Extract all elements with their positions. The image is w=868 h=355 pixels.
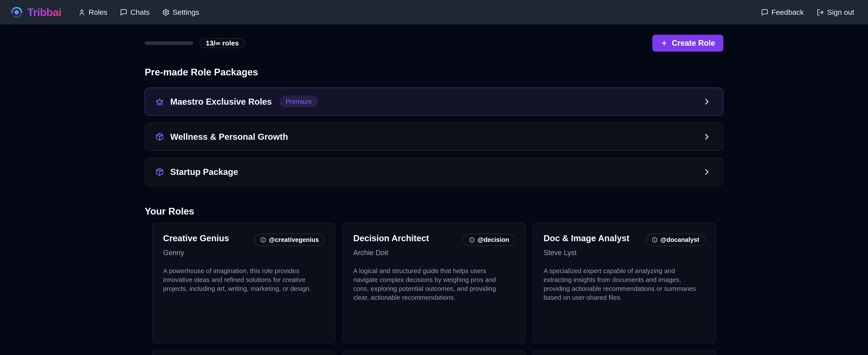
role-cards-area: Creative Genius @creativegenius Genny A … — [145, 223, 723, 355]
role-card-creative-genius[interactable]: Creative Genius @creativegenius Genny A … — [152, 223, 335, 343]
premade-packages-heading: Pre-made Role Packages — [145, 67, 723, 78]
crown-icon — [155, 97, 164, 106]
feedback-button[interactable]: Feedback — [761, 8, 804, 17]
nav-item-chats[interactable]: Chats — [120, 8, 150, 17]
role-handle-badge[interactable]: @creativegenius — [254, 234, 324, 246]
role-title: Doc & Image Analyst — [544, 233, 629, 243]
role-card-partial[interactable] — [152, 350, 335, 355]
role-handle: @creativegenius — [269, 236, 319, 243]
brand-logo[interactable]: Tribbai — [10, 6, 61, 19]
main-nav: Roles Chats Settings — [78, 8, 199, 17]
role-description: A specialized expert capable of analyzin… — [544, 266, 705, 302]
package-row-startup[interactable]: Startup Package — [145, 158, 723, 186]
roles-toolbar: 13/∞ roles Create Role — [145, 35, 723, 52]
roles-quota-progress-bar — [145, 41, 193, 45]
premium-badge: Premium — [280, 96, 318, 108]
nav-item-roles[interactable]: Roles — [78, 8, 107, 17]
package-title: Startup Package — [170, 167, 238, 177]
nav-item-label: Roles — [89, 8, 107, 17]
role-handle: @decision — [477, 236, 509, 243]
logout-icon — [817, 9, 824, 16]
chevron-right-icon — [703, 168, 711, 176]
nav-item-settings[interactable]: Settings — [162, 8, 199, 17]
role-cards-grid: Creative Genius @creativegenius Genny A … — [152, 223, 716, 343]
create-role-button[interactable]: Create Role — [652, 35, 723, 52]
info-icon — [652, 237, 658, 243]
header-actions: Feedback Sign out — [761, 8, 854, 17]
top-nav-bar: Tribbai Roles Chats Settings — [0, 0, 868, 25]
package-icon — [155, 132, 164, 141]
quota-group: 13/∞ roles — [145, 38, 245, 48]
chevron-right-icon — [703, 132, 711, 141]
role-cards-grid-row2 — [152, 350, 716, 355]
role-card-partial[interactable] — [533, 350, 716, 355]
role-title: Decision Architect — [353, 233, 429, 243]
role-card-decision-architect[interactable]: Decision Architect @decision Archie Doit… — [342, 223, 525, 343]
plus-icon — [660, 39, 668, 47]
brand-name: Tribbai — [27, 6, 61, 19]
role-card-partial[interactable] — [342, 350, 525, 355]
roles-quota-badge: 13/∞ roles — [200, 38, 245, 48]
sign-out-label: Sign out — [827, 8, 854, 17]
sign-out-button[interactable]: Sign out — [817, 8, 854, 17]
role-card-doc-image-analyst[interactable]: Doc & Image Analyst @docanalyst Steve Ly… — [533, 223, 716, 343]
user-icon — [78, 9, 86, 16]
package-icon — [155, 167, 164, 176]
nav-item-label: Chats — [130, 8, 150, 17]
chevron-right-icon — [703, 97, 711, 106]
package-row-wellness[interactable]: Wellness & Personal Growth — [145, 123, 723, 151]
role-handle: @docanalyst — [660, 236, 699, 243]
package-title: Maestro Exclusive Roles — [170, 97, 272, 107]
role-title: Creative Genius — [163, 233, 229, 243]
package-row-maestro[interactable]: Maestro Exclusive Roles Premium — [145, 88, 723, 116]
create-role-label: Create Role — [672, 38, 715, 48]
role-subtitle: Archie Doit — [353, 248, 515, 257]
role-subtitle: Steve Lyst — [544, 248, 705, 257]
feedback-label: Feedback — [771, 8, 804, 17]
chat-icon — [120, 9, 127, 16]
your-roles-heading: Your Roles — [145, 206, 723, 217]
package-title: Wellness & Personal Growth — [170, 132, 288, 142]
role-subtitle: Genny — [163, 248, 324, 257]
role-handle-badge[interactable]: @docanalyst — [646, 234, 705, 246]
role-handle-badge[interactable]: @decision — [463, 234, 515, 246]
main-content: 13/∞ roles Create Role Pre-made Role Pac… — [145, 35, 723, 355]
role-description: A logical and structured guide that help… — [353, 266, 515, 302]
gear-icon — [162, 9, 169, 16]
tribbai-logo-icon — [10, 6, 23, 19]
chat-icon — [761, 9, 768, 16]
role-description: A powerhouse of imagination, this role p… — [163, 266, 324, 293]
info-icon — [260, 237, 266, 243]
info-icon — [469, 237, 475, 243]
nav-item-label: Settings — [173, 8, 199, 17]
